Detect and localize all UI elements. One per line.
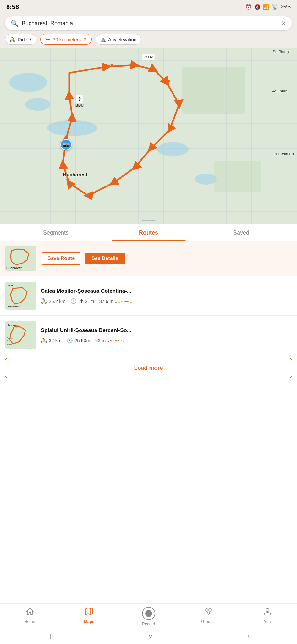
- recent-apps-button[interactable]: |||: [47, 633, 54, 640]
- route2-name: Splaiul Unirii-Șoseaua Berceni-Șo...: [41, 327, 292, 334]
- distance-filter[interactable]: 〰️ 30 kilometers ✕: [40, 34, 92, 45]
- route2-info: Splaiul Unirii-Șoseaua Berceni-Șo... 🚴 3…: [41, 327, 292, 343]
- pantelimon-label: Pantelimon: [273, 152, 294, 156]
- tab-segments[interactable]: Segments: [9, 224, 102, 241]
- groups-nav-label: Groups: [201, 619, 215, 624]
- svg-marker-13: [86, 608, 93, 615]
- search-bar[interactable]: 🔍 Bucharest, Romania ✕: [5, 16, 292, 30]
- search-container: 🔍 Bucharest, Romania ✕: [0, 14, 297, 34]
- elevation-icon: ⛰️: [100, 36, 106, 42]
- route-item[interactable]: Bucharest Popesti- Joorden gurele Splaiu…: [0, 316, 297, 355]
- ride-filter-label: Ride: [18, 37, 27, 42]
- search-input[interactable]: Bucharest, Romania: [22, 20, 278, 27]
- route1-info: Calea Moșilor-Șoseaua Colentina-... 🚴 26…: [41, 288, 292, 304]
- signal-icon: 📡: [272, 4, 278, 10]
- elevation-chart-2: [107, 337, 126, 343]
- route2-distance: 🚴 32 km: [41, 337, 62, 343]
- you-icon: [263, 607, 272, 618]
- back-button[interactable]: ‹: [247, 632, 250, 640]
- elevation-filter-label: Any elevation: [108, 37, 136, 42]
- distance-icon: 〰️: [45, 36, 51, 42]
- route1-elevation: 37.6 m: [99, 298, 134, 304]
- status-time: 8:58: [6, 3, 19, 11]
- route1-stats: 🚴 26.2 km 🕐 2h 21m 37.6 m: [41, 298, 292, 304]
- top-route-thumb-label: Bucharest: [6, 266, 22, 270]
- nav-items: Home Maps Record: [0, 604, 297, 629]
- camera-icon: 📷: [63, 142, 69, 148]
- home-nav-label: Home: [24, 619, 35, 624]
- bottom-spacer: [0, 381, 297, 431]
- search-clear-button[interactable]: ✕: [281, 19, 286, 27]
- nav-maps[interactable]: Maps: [77, 607, 102, 626]
- home-button[interactable]: ○: [148, 632, 152, 640]
- maps-nav-label: Maps: [84, 619, 94, 624]
- top-route-thumb: Bucharest: [5, 246, 36, 271]
- route2-elevation: 62 m: [95, 337, 126, 343]
- top-route-card: Bucharest Save Route See Details: [0, 241, 297, 276]
- voluntari-label: Voluntari: [272, 89, 288, 93]
- elevation-filter[interactable]: ⛰️ Any elevation: [96, 34, 141, 45]
- svg-text:gurele: gurele: [7, 343, 12, 345]
- nav-groups[interactable]: Groups: [195, 607, 221, 626]
- route1-distance: 🚴 26.2 km: [41, 298, 65, 304]
- svg-text:Bucharest: Bucharest: [8, 305, 20, 308]
- maps-icon: [85, 607, 94, 618]
- route1-thumb: Volu Bucharest: [5, 282, 36, 310]
- route1-name: Calea Moșilor-Șoseaua Colentina-...: [41, 288, 292, 295]
- nav-record[interactable]: Record: [136, 607, 161, 626]
- distance-filter-close-icon[interactable]: ✕: [83, 37, 87, 42]
- save-route-button[interactable]: Save Route: [41, 252, 81, 265]
- you-nav-label: You: [264, 619, 271, 624]
- route-item[interactable]: Volu Bucharest Calea Moșilor-Șoseaua Col…: [0, 276, 297, 316]
- load-more-button[interactable]: Load more: [5, 358, 292, 378]
- bike-icon: 🚴: [10, 36, 16, 42]
- drag-handle: [142, 220, 155, 221]
- load-more-label: Load more: [134, 365, 163, 371]
- svg-text:Bucharest: Bucharest: [8, 324, 19, 326]
- bike-stat-icon2: 🚴: [41, 337, 47, 343]
- route2-thumb: Bucharest Popesti- Joorden gurele: [5, 321, 36, 349]
- nav-you[interactable]: You: [255, 607, 280, 626]
- route-overlay: [0, 48, 297, 224]
- map-area[interactable]: OTP ✈ BBU 📷 Bucharest Voluntari Pantelim…: [0, 48, 297, 224]
- tab-saved[interactable]: Saved: [195, 224, 288, 241]
- svg-point-18: [207, 612, 210, 614]
- bottom-nav: Home Maps Record: [0, 603, 297, 644]
- camera-pin[interactable]: 📷: [60, 139, 72, 150]
- see-details-button[interactable]: See Details: [85, 253, 125, 264]
- home-icon: [25, 607, 34, 618]
- ride-filter[interactable]: 🚴 Ride ▾: [5, 34, 36, 45]
- system-nav: ||| ○ ‹: [0, 629, 297, 644]
- svg-point-17: [209, 609, 211, 611]
- status-bar: 8:58 ⏰ 🔇 📶 📡 25%: [0, 0, 297, 14]
- wifi-icon: 📶: [263, 4, 269, 10]
- record-dot: [145, 610, 152, 617]
- clock-icon2: 🕐: [67, 337, 73, 343]
- drag-handle-wrap: [0, 221, 297, 224]
- route2-duration: 🕐 2h 53m: [67, 337, 90, 343]
- search-icon: 🔍: [11, 19, 19, 27]
- tab-routes[interactable]: Routes: [102, 224, 195, 241]
- route1-duration: 🕐 2h 21m: [70, 298, 94, 304]
- route2-stats: 🚴 32 km 🕐 2h 53m 62 m: [41, 337, 292, 343]
- record-icon: [142, 607, 155, 620]
- battery-text: 25%: [281, 4, 291, 10]
- bike-stat-icon: 🚴: [41, 298, 47, 304]
- nav-home[interactable]: Home: [17, 607, 42, 626]
- groups-icon: [204, 607, 212, 618]
- stefanesti-label: Ștefănești: [272, 49, 291, 54]
- alarm-icon: ⏰: [245, 4, 252, 10]
- mute-icon: 🔇: [254, 4, 261, 10]
- svg-point-16: [206, 609, 208, 611]
- svg-point-19: [266, 608, 269, 612]
- city-label: Bucharest: [63, 172, 87, 178]
- distance-filter-label: 30 kilometers: [53, 37, 81, 42]
- routes-list: Bucharest Save Route See Details Volu Bu…: [0, 241, 297, 431]
- status-icons: ⏰ 🔇 📶 📡 25%: [245, 4, 291, 10]
- filter-bar: 🚴 Ride ▾ 〰️ 30 kilometers ✕ ⛰️ Any eleva…: [0, 34, 297, 48]
- svg-text:Volu: Volu: [8, 284, 13, 287]
- route-card-buttons: Save Route See Details: [41, 252, 125, 265]
- record-nav-label: Record: [142, 621, 155, 626]
- ride-chevron-icon: ▾: [30, 37, 32, 42]
- tabs: Segments Routes Saved: [0, 224, 297, 241]
